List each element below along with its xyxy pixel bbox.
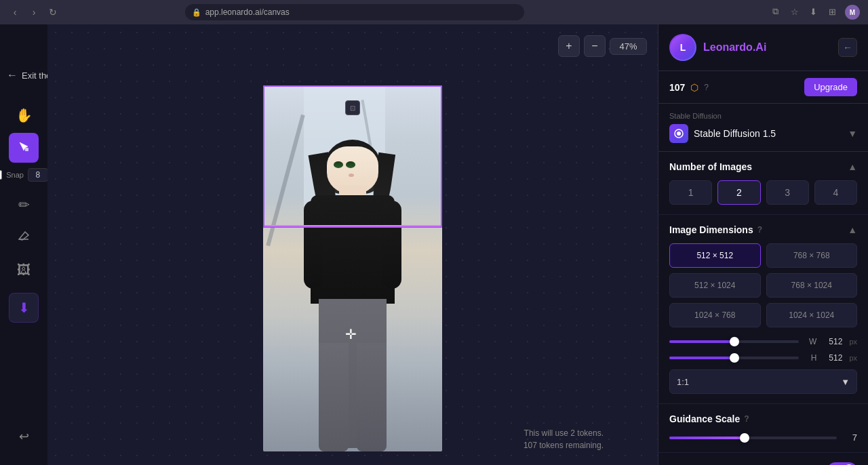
- sidebar-collapse-button[interactable]: ←: [838, 38, 857, 57]
- dim-btn-1024x1024[interactable]: 1024 × 1024: [766, 303, 858, 327]
- snap-value[interactable]: 8: [28, 168, 48, 182]
- hand-tool-button[interactable]: ✋: [9, 100, 39, 130]
- image-dims-collapse-icon[interactable]: ▲: [848, 224, 857, 235]
- dim-btn-768x768[interactable]: 768 × 768: [766, 243, 858, 268]
- pencil-tool-button[interactable]: ✏: [9, 190, 39, 220]
- model-row[interactable]: Stable Diffusion 1.5 ▼: [669, 124, 857, 143]
- model-icon: [669, 124, 688, 143]
- image-icon: 🖼: [17, 262, 31, 278]
- canvas-controls: + − 47%: [558, 35, 647, 57]
- guidance-slider-track[interactable]: [669, 437, 837, 439]
- token-notice-area: This will use 2 tokens. 107 tokens remai…: [524, 427, 604, 451]
- brand-text: Leonardo.Ai: [703, 41, 831, 54]
- pencil-icon: ✏: [18, 197, 30, 213]
- num-images-title: Number of Images: [669, 161, 752, 172]
- eraser-icon: [17, 229, 31, 246]
- avatar-image: L: [671, 35, 695, 60]
- address-bar[interactable]: 🔒 app.leonardo.ai/canvas: [185, 4, 524, 20]
- aspect-ratio-chevron-icon: ▼: [841, 377, 850, 387]
- snap-checkbox[interactable]: [0, 170, 2, 180]
- download-icon[interactable]: ⬇: [807, 5, 821, 18]
- left-toolbar: ← Exit the editor ✋ Snap 8 ▲ ▼: [0, 24, 47, 465]
- count-btn-2[interactable]: 2: [717, 180, 760, 205]
- height-label: H: [806, 353, 816, 363]
- undo-icon: ↩: [19, 429, 29, 444]
- svg-rect-0: [25, 148, 28, 151]
- download-icon: ⬇: [18, 300, 30, 316]
- dim-btn-512x512[interactable]: 512 × 512: [669, 243, 761, 268]
- snap-control: Snap 8 ▲ ▼: [0, 168, 55, 182]
- browser-forward[interactable]: ›: [27, 5, 41, 19]
- right-sidebar: L Leonardo.Ai ← 107 ⬡ ? Upgrade Stable D…: [658, 24, 868, 465]
- model-name: Stable Diffusion 1.5: [694, 128, 842, 139]
- tiling-section: Tiling ?: [658, 453, 868, 465]
- token-help-icon[interactable]: ?: [704, 83, 709, 92]
- image-dims-header: Image Dimensions ? ▲: [669, 224, 857, 235]
- image-tool-button[interactable]: 🖼: [9, 255, 39, 285]
- num-images-header: Number of Images ▲: [669, 161, 857, 172]
- width-slider-thumb[interactable]: [730, 337, 739, 346]
- eraser-tool-button[interactable]: [9, 222, 39, 252]
- zoom-out-button[interactable]: −: [584, 35, 606, 57]
- height-slider-track[interactable]: [669, 357, 799, 359]
- browser-chrome: ‹ › ↻ 🔒 app.leonardo.ai/canvas ⧉ ☆ ⬇ ⊞ M: [0, 0, 868, 24]
- guidance-value: 7: [844, 432, 857, 443]
- lock-icon: 🔒: [192, 8, 201, 17]
- model-chevron-icon[interactable]: ▼: [848, 128, 857, 139]
- upgrade-button[interactable]: Upgrade: [804, 78, 857, 96]
- guidance-slider-thumb[interactable]: [740, 433, 749, 443]
- image-dims-title: Image Dimensions ?: [669, 224, 762, 235]
- user-avatar[interactable]: M: [845, 5, 860, 20]
- select-tool-button[interactable]: [9, 133, 39, 163]
- width-value: 512: [823, 337, 842, 346]
- image-dims-help-icon[interactable]: ?: [757, 225, 762, 235]
- snap-label: Snap: [6, 171, 24, 179]
- count-btn-1[interactable]: 1: [669, 180, 712, 205]
- undo-button[interactable]: ↩: [9, 422, 39, 451]
- canvas-area[interactable]: + − 47%: [47, 24, 658, 465]
- token-count-value: 107: [669, 82, 685, 93]
- width-slider-fill: [669, 340, 734, 343]
- hand-icon: ✋: [16, 107, 33, 123]
- zoom-in-button[interactable]: +: [558, 35, 580, 57]
- download-tool-button[interactable]: ⬇: [9, 293, 39, 323]
- token-notice: This will use 2 tokens.: [524, 427, 604, 439]
- apps-icon[interactable]: ⊞: [826, 5, 840, 18]
- width-slider-row: W 512 px: [669, 337, 857, 346]
- guidance-slider-fill: [669, 437, 745, 439]
- collapse-icon: ←: [843, 42, 852, 53]
- guidance-help-icon[interactable]: ?: [744, 414, 749, 424]
- brand-name: Leonardo.Ai: [703, 41, 766, 53]
- num-images-section: Number of Images ▲ 1 2 3 4: [658, 152, 868, 215]
- height-slider-thumb[interactable]: [730, 353, 739, 363]
- tiling-row: Tiling ?: [669, 462, 857, 465]
- height-value: 512: [823, 353, 842, 363]
- dim-btn-512x1024[interactable]: 512 × 1024: [669, 273, 761, 298]
- tokens-remaining: 107 tokens remaining.: [524, 439, 604, 451]
- browser-back[interactable]: ‹: [8, 5, 22, 19]
- svg-point-3: [677, 132, 681, 136]
- browser-action-buttons: ⧉ ☆ ⬇ ⊞ M: [769, 5, 860, 20]
- guidance-scale-section: Guidance Scale ? 7: [658, 404, 868, 453]
- height-unit: px: [849, 354, 857, 362]
- num-images-collapse-icon[interactable]: ▲: [848, 161, 857, 172]
- guidance-title: Guidance Scale ?: [669, 413, 749, 424]
- dim-btn-1024x768[interactable]: 1024 × 768: [669, 303, 761, 327]
- browser-refresh[interactable]: ↻: [46, 5, 60, 19]
- dim-btn-768x1024[interactable]: 768 × 1024: [766, 273, 858, 298]
- count-btn-4[interactable]: 4: [814, 180, 857, 205]
- app-layout: ← Exit the editor ✋ Snap 8 ▲ ▼: [0, 24, 868, 465]
- aspect-ratio-select[interactable]: 1:1 ▼: [669, 369, 857, 394]
- tiling-toggle[interactable]: [827, 462, 857, 465]
- width-slider-track[interactable]: [669, 340, 799, 343]
- leonardo-avatar: L: [669, 34, 696, 61]
- zoom-level-display: 47%: [610, 38, 647, 55]
- model-section-label: Stable Diffusion: [669, 112, 857, 120]
- guidance-slider-row: 7: [669, 432, 857, 443]
- bookmark-icon[interactable]: ☆: [788, 5, 802, 18]
- model-selector: Stable Diffusion Stable Diffusion 1.5 ▼: [658, 104, 868, 152]
- extensions-icon[interactable]: ⧉: [769, 5, 783, 18]
- guidance-header: Guidance Scale ?: [669, 413, 857, 424]
- dimension-buttons: 512 × 512 768 × 768 512 × 1024 768 × 102…: [669, 243, 857, 327]
- count-btn-3[interactable]: 3: [766, 180, 809, 205]
